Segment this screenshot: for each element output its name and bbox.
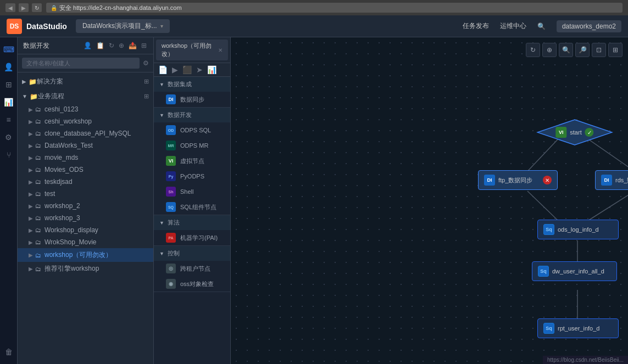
ops-center-button[interactable]: 运维中心 <box>500 21 526 31</box>
tree-item-tuijian[interactable]: ▶ 🗂 推荐引擎workshop <box>18 262 153 276</box>
search-input[interactable] <box>22 58 140 69</box>
sidebar-icon-chart[interactable]: 📊 <box>1 94 16 110</box>
filter-icon[interactable]: ⚙ <box>143 59 149 67</box>
vi-icon: VI <box>166 156 176 166</box>
canvas-expand-btn[interactable]: ⊞ <box>608 43 623 57</box>
biz-add-icon[interactable]: ⊞ <box>144 93 149 100</box>
chevron-icon: ▶ <box>29 179 33 185</box>
tree-item-workshop3[interactable]: ▶ 🗂 workshop_3 <box>18 212 153 224</box>
folder-icon: 🗂 <box>35 227 41 233</box>
category-dev-header[interactable]: ▼ 数据开发 <box>154 108 230 122</box>
sidebar-icon-list[interactable]: ≡ <box>1 112 16 127</box>
chevron-icon: ▶ <box>29 215 33 221</box>
toolbar-new-icon[interactable]: 📄 <box>158 65 168 74</box>
node-ml-pai[interactable]: PA 机器学习(PAI) <box>154 230 230 245</box>
canvas-add-btn[interactable]: ⊕ <box>542 43 557 57</box>
py-icon: Py <box>166 171 176 181</box>
tree-item-movie-mds[interactable]: ▶ 🗂 movie_mds <box>18 152 153 164</box>
solutions-header[interactable]: ▶ 📁 解决方案 ⊞ <box>18 75 153 88</box>
publish-button[interactable]: 任务发布 <box>463 21 489 31</box>
editor-tab-workshop[interactable]: workshop（可用勿改） ✕ <box>156 40 228 60</box>
toolbar-send-icon[interactable]: ➤ <box>196 65 203 74</box>
header-actions: 任务发布 运维中心 🔍 dataworks_demo2 <box>463 20 621 32</box>
panel-user-icon[interactable]: 👤 <box>82 41 93 51</box>
lock-icon: 🔒 <box>51 5 57 11</box>
tree-item-workshop-movie[interactable]: ▶ 🗂 WrokShop_Movie <box>18 236 153 248</box>
sidebar-icon-table[interactable]: ⊞ <box>1 77 16 92</box>
chevron-icon: ▶ <box>29 191 33 197</box>
sidebar-icon-git[interactable]: ⑂ <box>1 147 16 163</box>
folder-icon: 🗂 <box>35 252 41 259</box>
tree-item-dataworks-test[interactable]: ▶ 🗂 DataWorks_Test <box>18 139 153 152</box>
send-icon[interactable]: ➤ <box>137 251 142 259</box>
canvas-area[interactable]: ↻ ⊕ 🔍 🔎 ⊡ ⊞ <box>231 37 628 364</box>
tab-close-icon[interactable]: ✕ <box>218 47 223 53</box>
tree-item-clone[interactable]: ▶ 🗂 clone_database_API_MySQL <box>18 127 153 139</box>
sidebar-icon-user[interactable]: 👤 <box>1 59 16 75</box>
chevron-icon: ▶ <box>29 203 33 209</box>
toolbar-run-icon[interactable]: ▶ <box>172 65 178 74</box>
sh-icon: Sh <box>166 187 176 197</box>
tree-item-test[interactable]: ▶ 🗂 test <box>18 188 153 200</box>
biz-header[interactable]: ▼ 📁 业务流程 ⊞ <box>18 89 153 103</box>
category-integration-header[interactable]: ▼ 数据集成 <box>154 77 230 92</box>
tree-item-ceshi0123[interactable]: ▶ 🗂 ceshi_0123 <box>18 103 153 115</box>
user-area[interactable]: dataworks_demo2 <box>557 20 621 32</box>
main-layout: ⌨ 👤 ⊞ 📊 ≡ ⚙ ⑂ 🗑 数据开发 👤 📋 ↻ ⊕ 📤 ⊞ ⚙ <box>0 37 628 364</box>
canvas-refresh-btn[interactable]: ↻ <box>526 43 540 57</box>
canvas-zoom-in-btn[interactable]: 🔍 <box>559 43 573 57</box>
sidebar-icon-settings[interactable]: ⚙ <box>1 130 16 145</box>
search-button[interactable]: 🔍 <box>537 23 546 30</box>
sidebar-icon-trash[interactable]: 🗑 <box>1 344 16 360</box>
more-icon[interactable]: ⊞ <box>144 251 149 259</box>
integration-label: 数据集成 <box>168 80 192 88</box>
node-pyodps[interactable]: Py PyODPS <box>154 169 230 184</box>
node-library: ▼ 数据集成 DI 数据同步 ▼ 数据开发 OD ODPS SQL <box>154 77 230 364</box>
control-label: 控制 <box>168 249 180 257</box>
panel-file-icon[interactable]: 📋 <box>95 41 105 51</box>
project-tab[interactable]: DataWorks演示项目_标... ▾ <box>76 19 170 33</box>
toolbar-stop-icon[interactable]: ⬛ <box>182 65 192 74</box>
canvas-fit-btn[interactable]: ⊡ <box>592 43 606 57</box>
tree-item-ceshi-workshop[interactable]: ▶ 🗂 ceshi_workshop <box>18 115 153 127</box>
address-bar[interactable]: 🔒 安全 https://ide2-cn-shanghai.data.aliyu… <box>46 3 623 13</box>
node-cross-tenant[interactable]: ◎ 跨租户节点 <box>154 261 230 276</box>
tree-item-workshop2[interactable]: ▶ 🗂 workshop_2 <box>18 200 153 212</box>
back-button[interactable]: ◀ <box>5 3 15 12</box>
folder-icon: 🗂 <box>35 178 41 185</box>
category-algo-header[interactable]: ▼ 算法 <box>154 215 230 230</box>
left-panel-icons: 👤 📋 ↻ ⊕ 📤 ⊞ <box>82 41 148 51</box>
category-control-header[interactable]: ▼ 控制 <box>154 246 230 261</box>
url-text: https://ide2-cn-shanghai.data.aliyun.com <box>73 4 182 11</box>
panel-refresh-icon[interactable]: ↻ <box>108 41 115 51</box>
node-odps-sql[interactable]: OD ODPS SQL <box>154 122 230 138</box>
sql-comp-icon: SQ <box>166 202 176 212</box>
canvas-node-start[interactable]: VI start ✓ <box>536 119 613 146</box>
tree-item-workshop-active[interactable]: ▶ 🗂 workshop（可用勿改） ➤ ⊞ <box>18 248 153 262</box>
forward-button[interactable]: ▶ <box>19 3 29 12</box>
panel-add-icon[interactable]: ⊕ <box>118 41 125 51</box>
rpt-label: rpt_user_info_d <box>558 325 599 332</box>
editor-tabs: workshop（可用勿改） ✕ <box>154 37 230 63</box>
panel-grid-icon[interactable]: ⊞ <box>140 41 148 51</box>
tree-item-movies-ods[interactable]: ▶ 🗂 Movies_ODS <box>18 164 153 176</box>
solutions-add-icon[interactable]: ⊞ <box>144 78 149 85</box>
logo-area: DS DataStudio <box>7 19 67 34</box>
start-label: start <box>570 129 581 136</box>
panel-upload-icon[interactable]: 📤 <box>127 41 138 51</box>
node-shell[interactable]: Sh Shell <box>154 184 230 199</box>
left-panel-header: 数据开发 👤 📋 ↻ ⊕ 📤 ⊞ <box>18 37 153 54</box>
toolbar-view-icon[interactable]: 📊 <box>207 65 216 74</box>
node-virtual[interactable]: VI 虚拟节点 <box>154 153 230 169</box>
node-oss-check[interactable]: ◉ oss对象检查 <box>154 276 230 292</box>
node-odps-mr[interactable]: MR ODPS MR <box>154 138 230 153</box>
node-sql-component[interactable]: SQ SQL组件节点 <box>154 199 230 215</box>
tree-item-teskdjsad[interactable]: ▶ 🗂 teskdjsad <box>18 176 153 188</box>
tree-item-label: movie_mds <box>45 154 78 161</box>
refresh-button[interactable]: ↻ <box>32 3 42 12</box>
tree-item-workshop-display[interactable]: ▶ 🗂 Workshop_display <box>18 224 153 236</box>
node-data-sync[interactable]: DI 数据同步 <box>154 92 230 107</box>
canvas-node-dw[interactable]: Sq dw_user_info_all_d <box>532 269 540 273</box>
canvas-zoom-out-btn[interactable]: 🔎 <box>575 43 590 57</box>
sidebar-icon-code[interactable]: ⌨ <box>1 42 16 57</box>
